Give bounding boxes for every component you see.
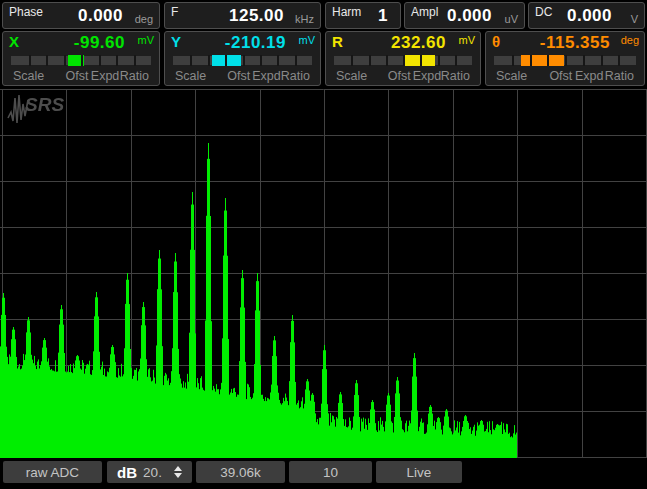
channel-y-name: Y: [171, 33, 181, 50]
db-scale-button[interactable]: dB 20.: [107, 461, 192, 483]
live-mode-label: Live: [407, 465, 432, 480]
span-button[interactable]: 39.06k: [196, 461, 285, 483]
channel-x-offset-slider[interactable]: [11, 56, 151, 65]
harmonic-panel[interactable]: Harm 1: [325, 2, 401, 29]
dc-offset-label: DC: [535, 5, 552, 19]
average-count-value: 10: [323, 465, 338, 480]
channel-r-ofst-key[interactable]: Ofst: [388, 69, 411, 83]
dc-offset-value: 0.000: [567, 6, 612, 26]
channel-y-scale-key[interactable]: Scale: [175, 69, 206, 83]
channel-theta-unit: deg: [621, 34, 639, 46]
channel-r-offset-slider[interactable]: [334, 56, 472, 65]
channel-theta-panel[interactable]: θ -115.355 deg Scale Ofst Expd Ratio: [485, 31, 645, 86]
channel-r-panel[interactable]: R 232.60 mV Scale Ofst Expd Ratio: [325, 31, 481, 86]
channel-theta-ofst-key[interactable]: Ofst: [549, 69, 572, 83]
channel-theta-offset-indicator: [521, 55, 564, 66]
bottom-toolbar: raw ADC dB 20. 39.06k 10 Live: [0, 458, 647, 489]
channel-y-panel[interactable]: Y -210.19 mV Scale Ofst Expd Ratio: [164, 31, 321, 86]
phase-value: 0.000: [78, 6, 123, 26]
db-per-div-value: 20.: [143, 465, 162, 480]
channel-y-ofst-key[interactable]: Ofst: [227, 69, 250, 83]
phase-unit: deg: [135, 13, 153, 25]
frequency-label: F: [171, 5, 178, 19]
channel-x-scale-key[interactable]: Scale: [13, 69, 44, 83]
dc-offset-unit: V: [631, 13, 638, 25]
source-button[interactable]: raw ADC: [3, 461, 102, 483]
channel-y-offset-slider[interactable]: [173, 56, 312, 65]
channel-r-name: R: [332, 33, 343, 50]
channel-x-unit: mV: [138, 34, 155, 46]
source-label: raw ADC: [26, 465, 79, 480]
channel-x-name: X: [9, 33, 19, 50]
harmonic-value: 1: [378, 6, 388, 26]
channel-theta-offset-slider[interactable]: [494, 56, 636, 65]
channel-x-value: -99.60: [74, 33, 125, 53]
channel-theta-value: -115.355: [540, 33, 610, 53]
amplitude-value: 0.000: [447, 6, 492, 26]
amplitude-panel[interactable]: Ampl 0.000 uV: [404, 2, 525, 29]
srs-logo-text: SRS: [25, 94, 64, 116]
live-mode-button[interactable]: Live: [376, 461, 462, 483]
channel-y-expd-key[interactable]: Expd: [252, 69, 281, 83]
average-count-button[interactable]: 10: [289, 461, 372, 483]
channel-r-scale-key[interactable]: Scale: [336, 69, 367, 83]
channel-x-panel[interactable]: X -99.60 mV Scale Ofst Expd Ratio: [2, 31, 160, 86]
frequency-value: 125.00: [229, 6, 284, 26]
channel-r-ratio-key[interactable]: Ratio: [441, 69, 470, 83]
channel-r-unit: mV: [459, 34, 476, 46]
lockin-display: Phase 0.000 deg F 125.00 kHz Harm 1 Ampl…: [0, 0, 647, 489]
spinner-up-icon[interactable]: [174, 466, 182, 471]
db-spinner[interactable]: [174, 466, 182, 478]
channel-theta-scale-key[interactable]: Scale: [496, 69, 527, 83]
span-value: 39.06k: [220, 465, 261, 480]
db-label: dB: [117, 464, 137, 481]
channel-theta-name: θ: [492, 33, 500, 50]
spinner-down-icon[interactable]: [174, 473, 182, 478]
channel-y-unit: mV: [299, 34, 316, 46]
phase-panel[interactable]: Phase 0.000 deg: [2, 2, 160, 29]
frequency-panel[interactable]: F 125.00 kHz: [164, 2, 321, 29]
channel-theta-ratio-key[interactable]: Ratio: [605, 69, 634, 83]
harmonic-label: Harm: [332, 5, 361, 19]
channel-y-value: -210.19: [225, 33, 286, 53]
channel-x-expd-key[interactable]: Expd: [91, 69, 120, 83]
channel-r-expd-key[interactable]: Expd: [413, 69, 442, 83]
amplitude-unit: uV: [505, 13, 518, 25]
channel-theta-expd-key[interactable]: Expd: [575, 69, 604, 83]
channel-x-ratio-key[interactable]: Ratio: [120, 69, 149, 83]
channel-r-value: 232.60: [391, 33, 446, 53]
channel-r-offset-indicator: [403, 55, 435, 66]
channel-x-ofst-key[interactable]: Ofst: [66, 69, 89, 83]
spectrum-plot[interactable]: [0, 87, 647, 458]
phase-label: Phase: [9, 5, 43, 19]
amplitude-label: Ampl: [411, 5, 438, 19]
frequency-unit: kHz: [295, 13, 314, 25]
channel-y-ratio-key[interactable]: Ratio: [281, 69, 310, 83]
dc-offset-panel[interactable]: DC 0.000 V: [528, 2, 645, 29]
srs-logo: SRS: [7, 92, 67, 124]
